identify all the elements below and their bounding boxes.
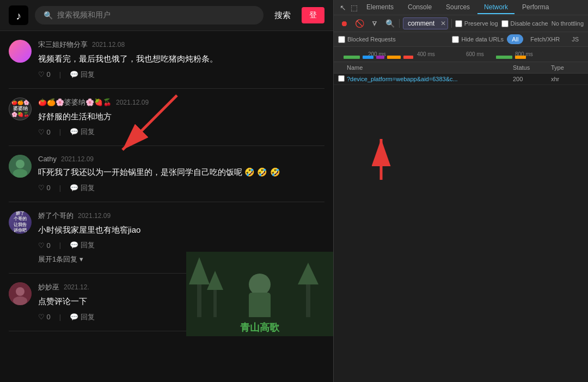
filter-tag-fetch-xhr[interactable]: Fetch/XHR	[525, 34, 565, 44]
device-icon[interactable]: ⬚	[349, 3, 359, 13]
like-action[interactable]: ♡ 0	[38, 241, 51, 250]
like-action[interactable]: ♡ 0	[38, 70, 51, 78]
comment-body: 🍅🍊🌸婆婆纳🌸🍓🍒 2021.12.09 好舒服的生活和地方 ♡ 0 | 💬 回…	[38, 98, 324, 137]
tab-performance[interactable]: Performa	[516, 1, 555, 14]
avatar	[9, 282, 32, 305]
username: 🍅🍊🌸婆婆纳🌸🍓🍒	[38, 98, 112, 107]
comment-actions: ♡ 0 | 💬 回复	[38, 127, 324, 137]
username: 妙妙巫	[38, 282, 59, 292]
like-action[interactable]: ♡ 0	[38, 184, 51, 192]
row-checkbox[interactable]	[338, 75, 347, 83]
search-button[interactable]: 🔍	[384, 17, 396, 29]
table-row[interactable]: ?device_platform=webapp&aid=6383&c... 20…	[334, 74, 588, 85]
avatar	[9, 40, 32, 63]
row-status: 200	[513, 76, 551, 82]
col-header-type: Type	[551, 64, 584, 71]
disable-cache-checkbox[interactable]: Disable cache	[501, 20, 548, 27]
avatar	[9, 155, 32, 178]
hide-data-urls-checkbox[interactable]: Hide data URLs	[452, 36, 504, 43]
reply-action[interactable]: 💬 回复	[70, 312, 95, 322]
filter-tag-js[interactable]: JS	[567, 34, 584, 44]
svg-point-6	[16, 287, 24, 296]
filter-button[interactable]: ⛛	[369, 17, 381, 29]
timeline-block-orange	[387, 56, 401, 59]
tiktok-header: ♪ 🔍 搜索视频和用户 搜索 登	[0, 0, 333, 31]
search-button[interactable]: 搜索	[270, 8, 295, 23]
search-placeholder: 搜索视频和用户	[57, 10, 111, 20]
comment-date: 2021.12.08	[92, 41, 125, 48]
record-button[interactable]: ⏺	[338, 17, 350, 29]
comment-text: 视频看完，最后我也饿了，我也想吃猪肉炖粉条。	[38, 53, 324, 65]
reply-action[interactable]: 💬 回复	[70, 240, 95, 250]
search-box[interactable]: 🔍 搜索视频和用户	[35, 6, 264, 25]
comment-body: 宋三姐好物分享 2021.12.08 视频看完，最后我也饿了，我也想吃猪肉炖粉条…	[38, 40, 324, 80]
filter-tag-all[interactable]: All	[507, 34, 523, 44]
tiktok-panel: ♪ 🔍 搜索视频和用户 搜索 登 宋三姐好物分享 2021.12.08 视频看完…	[0, 0, 333, 382]
toolbar-divider-2	[451, 19, 452, 28]
preserve-log-checkbox[interactable]: Preserve log	[455, 20, 498, 27]
reply-action[interactable]: 💬 回复	[70, 70, 95, 80]
comment-text: 吓死我了我还以为一开始锅里的，是张同学自己吃的饭呢 🤣 🤣 🤣	[38, 166, 324, 179]
comment-item: 🍅🍊🌸婆婆纳🌸🍓🍒 🍅🍊🌸婆婆纳🌸🍓🍒 2021.12.09 好舒服的生活和地方…	[9, 89, 324, 147]
login-button[interactable]: 登	[302, 7, 324, 23]
svg-rect-13	[306, 279, 310, 317]
comment-meta: 娇了个哥的 2021.12.09	[38, 211, 324, 221]
svg-point-4	[13, 169, 27, 178]
col-header-name: Name	[347, 64, 513, 71]
username: Cathy	[38, 155, 57, 163]
table-body: ?device_platform=webapp&aid=6383&c... 20…	[334, 74, 588, 382]
comment-meta: Cathy 2021.12.09	[38, 155, 324, 163]
tab-network[interactable]: Network	[477, 1, 514, 14]
like-action[interactable]: ♡ 0	[38, 313, 51, 321]
svg-point-9	[249, 274, 271, 295]
cursor-icon[interactable]: ↖	[338, 3, 348, 13]
username: 娇了个哥的	[38, 211, 74, 221]
filter-tags: All Fetch/XHR JS	[507, 34, 584, 44]
reply-action[interactable]: 💬 回复	[70, 127, 95, 137]
devtools-panel: ↖ ⬚ Elements Console Sources Network Per…	[333, 0, 588, 382]
tiktok-logo: ♪	[9, 5, 28, 25]
hide-data-urls-label: Hide data URLs	[461, 36, 504, 43]
table-header: Name Status Type	[334, 62, 588, 74]
timeline-bar: 200 ms 400 ms 600 ms 800 ms	[334, 47, 588, 62]
tab-elements[interactable]: Elements	[360, 1, 400, 14]
filter-input-wrap: ✕	[403, 17, 448, 29]
timeline-block-green2	[496, 56, 512, 59]
tab-console[interactable]: Console	[401, 1, 438, 14]
comment-date: 2021.12.	[64, 283, 89, 291]
svg-text:青山高歌: 青山高歌	[240, 322, 280, 333]
svg-point-3	[16, 160, 24, 168]
svg-point-7	[13, 296, 27, 305]
row-name: ?device_platform=webapp&aid=6383&c...	[347, 76, 513, 82]
timeline-block-orange2	[515, 56, 526, 59]
devtools-tabs: ↖ ⬚ Elements Console Sources Network Per…	[334, 0, 588, 15]
comment-item: Cathy 2021.12.09 吓死我了我还以为一开始锅里的，是张同学自己吃的…	[9, 146, 324, 202]
search-icon-left: 🔍	[44, 11, 53, 20]
reply-action[interactable]: 💬 回复	[70, 183, 95, 193]
comment-item: 宋三姐好物分享 2021.12.08 视频看完，最后我也饿了，我也想吃猪肉炖粉条…	[9, 31, 324, 89]
devtools-toolbar: ⏺ 🚫 ⛛ 🔍 ✕ Preserve log Disable cache No …	[334, 15, 588, 32]
blocked-requests-checkbox[interactable]: Blocked Requests	[338, 36, 396, 43]
svg-text:♪: ♪	[16, 10, 21, 22]
timeline-block-green	[344, 56, 360, 59]
no-throttling-label: No throttling	[552, 20, 584, 27]
comment-body: Cathy 2021.12.09 吓死我了我还以为一开始锅里的，是张同学自己吃的…	[38, 155, 324, 193]
comment-actions: ♡ 0 | 💬 回复	[38, 70, 324, 80]
comment-meta: 🍅🍊🌸婆婆纳🌸🍓🍒 2021.12.09	[38, 98, 324, 107]
video-thumbnail: 青山高歌	[186, 252, 333, 336]
comment-text: 好舒服的生活和地方	[38, 111, 324, 123]
like-action[interactable]: ♡ 0	[38, 128, 51, 136]
toolbar-divider	[399, 19, 400, 28]
comment-actions: ♡ 0 | 💬 回复	[38, 240, 324, 250]
timeline-block-purple	[376, 56, 384, 59]
devtools-filter-bar: Blocked Requests Hide data URLs All Fetc…	[334, 32, 588, 47]
clear-button[interactable]: 🚫	[353, 17, 365, 29]
username: 宋三姐好物分享	[38, 40, 88, 50]
filter-clear-button[interactable]: ✕	[440, 20, 446, 27]
timeline-block-red	[403, 56, 413, 59]
avatar: 娇了个哥的让我告诉你吧	[9, 211, 32, 234]
tab-sources[interactable]: Sources	[439, 1, 476, 14]
comment-item: 妙妙巫 2021.12. 点赞评论一下 ♡ 0 | 💬 回复	[9, 274, 324, 331]
comment-date: 2021.12.09	[78, 212, 111, 220]
avatar: 🍅🍊🌸婆婆纳🌸🍓🍒	[9, 98, 32, 120]
